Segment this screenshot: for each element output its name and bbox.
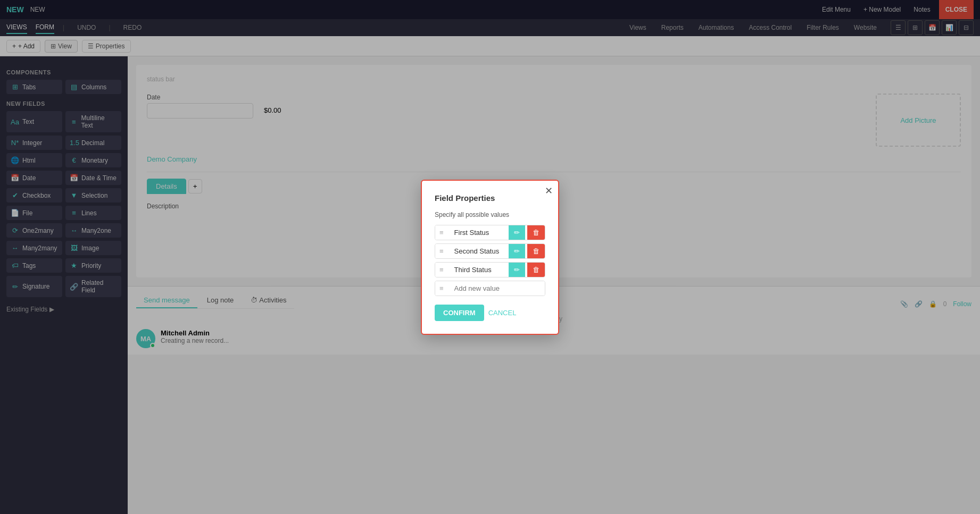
modal-value-row-2: ≡ Third Status ✏ 🗑 (435, 262, 545, 277)
modal-title: Field Properties (435, 193, 545, 203)
modal-subtitle: Specify all possible values (435, 211, 545, 218)
drag-handle-0[interactable]: ≡ (435, 225, 448, 240)
edit-value-1-button[interactable]: ✏ (509, 244, 525, 258)
modal-actions: CONFIRM CANCEL (435, 305, 545, 321)
confirm-button[interactable]: CONFIRM (435, 305, 484, 321)
value-label-0: First Status (450, 225, 506, 240)
value-label-2: Third Status (450, 263, 506, 277)
modal-overlay[interactable]: ✕ Field Properties Specify all possible … (0, 0, 980, 514)
drag-handle-new: ≡ (435, 281, 448, 296)
delete-value-0-button[interactable]: 🗑 (527, 225, 545, 240)
modal-new-value-row: ≡ ✓ ✕ (435, 281, 545, 296)
delete-value-2-button[interactable]: 🗑 (527, 263, 545, 277)
value-label-1: Second Status (450, 244, 506, 258)
edit-value-0-button[interactable]: ✏ (509, 225, 525, 240)
edit-value-2-button[interactable]: ✏ (509, 263, 525, 277)
delete-value-1-button[interactable]: 🗑 (527, 244, 545, 258)
new-value-input[interactable] (450, 281, 545, 296)
drag-handle-2[interactable]: ≡ (435, 263, 448, 277)
drag-handle-1[interactable]: ≡ (435, 244, 448, 258)
cancel-button[interactable]: CANCEL (488, 305, 517, 321)
field-properties-modal: ✕ Field Properties Specify all possible … (421, 180, 559, 335)
modal-value-row-0: ≡ First Status ✏ 🗑 (435, 225, 545, 240)
modal-close-button[interactable]: ✕ (545, 186, 553, 196)
modal-value-row-1: ≡ Second Status ✏ 🗑 (435, 243, 545, 259)
